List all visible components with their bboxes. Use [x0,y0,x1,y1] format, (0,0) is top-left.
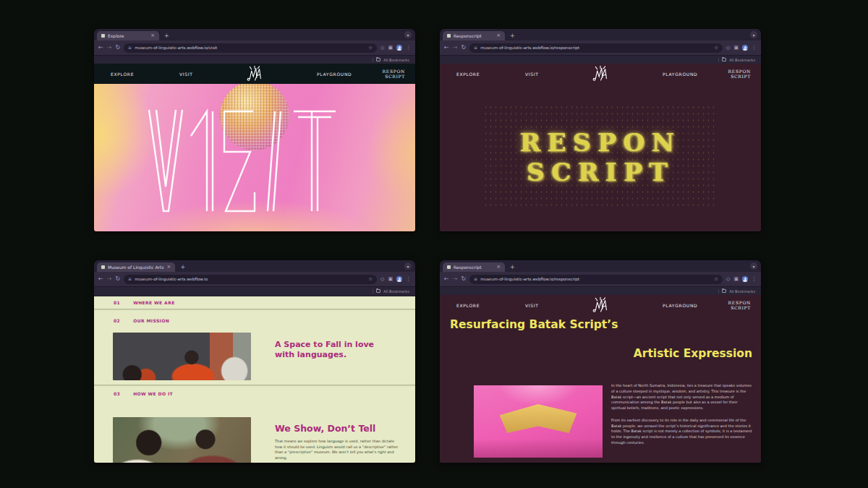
forward-icon[interactable]: → [107,276,112,282]
tab-close-icon[interactable]: × [496,265,501,270]
site-info-icon[interactable]: ≡ [128,46,132,50]
tab-search-chevron-icon[interactable]: ▾ [750,262,757,270]
reload-icon[interactable]: ↻ [461,276,466,282]
nav-link-playground[interactable]: PLAYGROUND [663,303,697,308]
menu-kebab-icon[interactable]: ⋮ [406,46,411,51]
reload-icon[interactable]: ↻ [115,45,120,51]
site-info-icon[interactable]: ≡ [128,277,132,281]
new-tab-button[interactable]: + [510,33,515,39]
responscript-article-page: EXPLORE VISIT PLAYGROUND RESPON SCRIPT [440,295,761,463]
new-tab-button[interactable]: + [180,265,185,270]
back-icon[interactable]: ← [98,45,103,51]
extensions-icon[interactable]: ◇ [380,277,384,282]
reload-icon[interactable]: ↻ [115,276,120,282]
article-heading-line1: Resurfacing Batak Script’s [450,318,618,331]
side-panel-icon[interactable]: ▣ [388,46,393,51]
nav-link-explore[interactable]: EXPLORE [456,303,480,308]
nav-link-visit[interactable]: VISIT [525,72,539,77]
back-icon[interactable]: ← [444,45,449,51]
bookmark-star-icon[interactable]: ☆ [714,277,718,282]
bookmark-star-icon[interactable]: ☆ [714,46,718,51]
tab-strip: Explore × + ▾ [94,29,415,40]
profile-avatar[interactable] [742,45,748,51]
browser-toolbar: ← → ↻ ≡ museum-of-linguistic-arts.webflo… [440,272,761,286]
tab-explore[interactable]: Explore × [97,31,159,40]
all-bookmarks-button[interactable]: All Bookmarks [729,58,755,62]
tab-search-chevron-icon[interactable]: ▾ [750,31,757,38]
extensions-icon[interactable]: ◇ [726,46,730,51]
site-info-icon[interactable]: ≡ [474,277,477,281]
museum-logo-icon[interactable] [592,296,609,314]
tab-strip: Responscript × + ▾ [440,29,761,40]
tab-search-chevron-icon[interactable]: ▾ [404,31,412,38]
nav-link-visit[interactable]: VISIT [525,303,539,308]
tab-responscript[interactable]: Responscript × [443,262,505,272]
menu-kebab-icon[interactable]: ⋮ [406,277,411,282]
section-header-how-we-do-it[interactable]: 03 HOW WE DO IT [94,388,415,400]
museum-logo-icon[interactable] [592,65,609,82]
section-number: 01 [114,300,120,305]
profile-avatar[interactable] [742,276,748,282]
menu-kebab-icon[interactable]: ⋮ [752,46,757,51]
forward-icon[interactable]: → [453,276,458,282]
divider [94,309,415,309]
divider [718,58,719,62]
bookmark-star-icon[interactable]: ☆ [368,46,373,51]
extensions-icon[interactable]: ◇ [380,46,384,51]
section-number: 03 [114,391,120,396]
address-bar[interactable]: ≡ museum-of-linguistic-arts.webflow.io/v… [124,43,377,53]
forward-icon[interactable]: → [453,45,458,51]
all-bookmarks-button[interactable]: All Bookmarks [383,58,409,62]
url-text[interactable]: museum-of-linguistic-arts.webflow.io [135,277,365,281]
all-bookmarks-button[interactable]: All Bookmarks [383,289,409,294]
nav-link-playground[interactable]: PLAYGROUND [663,72,697,77]
back-icon[interactable]: ← [98,276,103,282]
reload-icon[interactable]: ↻ [461,45,466,51]
bookmarks-bar: All Bookmarks [440,55,761,64]
side-panel-icon[interactable]: ▣ [733,46,739,51]
nav-link-responscript[interactable]: RESPON SCRIPT [383,69,405,79]
nav-link-visit[interactable]: VISIT [179,72,193,77]
url-text[interactable]: museum-of-linguistic-arts.webflow.io/res… [480,277,711,281]
url-text[interactable]: museum-of-linguistic-arts.webflow.io/vis… [135,46,365,50]
nav-link-responscript[interactable]: RESPON SCRIPT [728,69,751,79]
address-bar[interactable]: ≡ museum-of-linguistic-arts.webflow.io ☆ [124,275,377,284]
url-text[interactable]: museum-of-linguistic-arts.webflow.io/res… [480,46,711,50]
section-header-our-mission[interactable]: 02 OUR MISSION [94,314,415,327]
bookmark-star-icon[interactable]: ☆ [368,277,373,282]
nav-link-explore[interactable]: EXPLORE [456,72,480,77]
tab-close-icon[interactable]: × [496,33,501,38]
tab-museum-home[interactable]: Museum of Linguistic Arts × [97,262,175,272]
menu-kebab-icon[interactable]: ⋮ [752,277,757,282]
nav-link-responscript[interactable]: RESPON SCRIPT [728,300,751,310]
tab-responscript[interactable]: Responscript × [443,31,505,40]
museum-logo-icon[interactable] [246,65,263,82]
section-label: OUR MISSION [133,318,169,323]
section-header-where-we-are[interactable]: 01 WHERE WE ARE [94,296,415,309]
side-panel-icon[interactable]: ▣ [733,277,739,282]
new-tab-button[interactable]: + [164,33,169,39]
back-icon[interactable]: ← [444,276,449,282]
side-panel-icon[interactable]: ▣ [388,277,393,282]
nav-link-explore[interactable]: EXPLORE [111,72,134,77]
address-bar[interactable]: ≡ museum-of-linguistic-arts.webflow.io/r… [469,275,723,284]
site-info-icon[interactable]: ≡ [474,46,477,50]
new-tab-button[interactable]: + [510,265,515,270]
all-bookmarks-button[interactable]: All Bookmarks [729,289,755,294]
tab-search-chevron-icon[interactable]: ▾ [404,262,412,270]
nav-respon-line2: SCRIPT [385,74,405,79]
viewport: EXPLORE VISIT PLAYGROUND RESPON SCRIPT [440,295,761,463]
nav-respon-line2: SCRIPT [731,305,751,310]
profile-avatar[interactable] [396,276,402,282]
nav-link-playground[interactable]: PLAYGROUND [317,72,352,77]
profile-avatar[interactable] [396,45,402,51]
article-paragraph: From its earliest discovery to its role … [611,418,753,446]
folder-icon [376,58,380,61]
tab-close-icon[interactable]: × [167,265,171,270]
forward-icon[interactable]: → [107,45,112,51]
extensions-icon[interactable]: ◇ [726,277,730,282]
tab-close-icon[interactable]: × [150,33,155,38]
address-bar[interactable]: ≡ museum-of-linguistic-arts.webflow.io/r… [469,43,723,53]
glitter-title-line2: SCRIPT [527,160,674,184]
tab-favicon [101,265,105,269]
